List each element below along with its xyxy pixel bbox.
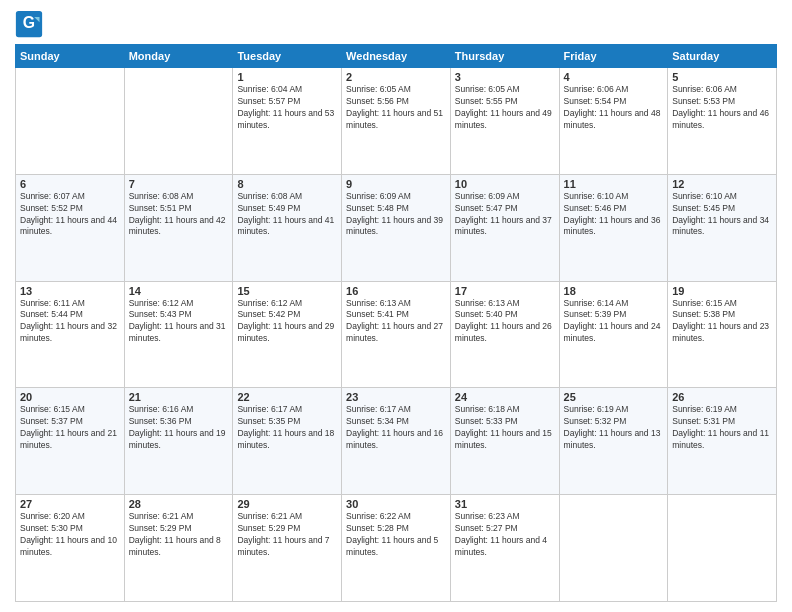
weekday-header-monday: Monday — [124, 45, 233, 68]
day-number: 24 — [455, 391, 555, 403]
day-cell: 19Sunrise: 6:15 AMSunset: 5:38 PMDayligh… — [668, 281, 777, 388]
day-info: Sunrise: 6:11 AMSunset: 5:44 PMDaylight:… — [20, 298, 120, 346]
day-info: Sunrise: 6:22 AMSunset: 5:28 PMDaylight:… — [346, 511, 446, 559]
day-cell: 20Sunrise: 6:15 AMSunset: 5:37 PMDayligh… — [16, 388, 125, 495]
day-info: Sunrise: 6:23 AMSunset: 5:27 PMDaylight:… — [455, 511, 555, 559]
day-info: Sunrise: 6:08 AMSunset: 5:51 PMDaylight:… — [129, 191, 229, 239]
logo: G — [15, 10, 47, 38]
day-cell: 17Sunrise: 6:13 AMSunset: 5:40 PMDayligh… — [450, 281, 559, 388]
day-cell: 30Sunrise: 6:22 AMSunset: 5:28 PMDayligh… — [342, 495, 451, 602]
weekday-header-row: SundayMondayTuesdayWednesdayThursdayFrid… — [16, 45, 777, 68]
day-cell: 6Sunrise: 6:07 AMSunset: 5:52 PMDaylight… — [16, 174, 125, 281]
day-cell: 23Sunrise: 6:17 AMSunset: 5:34 PMDayligh… — [342, 388, 451, 495]
day-number: 13 — [20, 285, 120, 297]
day-number: 12 — [672, 178, 772, 190]
day-info: Sunrise: 6:18 AMSunset: 5:33 PMDaylight:… — [455, 404, 555, 452]
day-info: Sunrise: 6:12 AMSunset: 5:43 PMDaylight:… — [129, 298, 229, 346]
day-cell: 2Sunrise: 6:05 AMSunset: 5:56 PMDaylight… — [342, 68, 451, 175]
day-number: 22 — [237, 391, 337, 403]
day-cell — [559, 495, 668, 602]
weekday-header-wednesday: Wednesday — [342, 45, 451, 68]
day-number: 17 — [455, 285, 555, 297]
day-number: 10 — [455, 178, 555, 190]
day-number: 30 — [346, 498, 446, 510]
day-info: Sunrise: 6:14 AMSunset: 5:39 PMDaylight:… — [564, 298, 664, 346]
day-cell: 27Sunrise: 6:20 AMSunset: 5:30 PMDayligh… — [16, 495, 125, 602]
day-info: Sunrise: 6:04 AMSunset: 5:57 PMDaylight:… — [237, 84, 337, 132]
week-row-1: 1Sunrise: 6:04 AMSunset: 5:57 PMDaylight… — [16, 68, 777, 175]
week-row-2: 6Sunrise: 6:07 AMSunset: 5:52 PMDaylight… — [16, 174, 777, 281]
day-number: 5 — [672, 71, 772, 83]
day-number: 19 — [672, 285, 772, 297]
day-info: Sunrise: 6:06 AMSunset: 5:53 PMDaylight:… — [672, 84, 772, 132]
weekday-header-tuesday: Tuesday — [233, 45, 342, 68]
day-cell: 1Sunrise: 6:04 AMSunset: 5:57 PMDaylight… — [233, 68, 342, 175]
day-number: 14 — [129, 285, 229, 297]
day-number: 4 — [564, 71, 664, 83]
day-cell: 9Sunrise: 6:09 AMSunset: 5:48 PMDaylight… — [342, 174, 451, 281]
week-row-3: 13Sunrise: 6:11 AMSunset: 5:44 PMDayligh… — [16, 281, 777, 388]
day-cell: 31Sunrise: 6:23 AMSunset: 5:27 PMDayligh… — [450, 495, 559, 602]
day-number: 20 — [20, 391, 120, 403]
day-info: Sunrise: 6:10 AMSunset: 5:45 PMDaylight:… — [672, 191, 772, 239]
weekday-header-sunday: Sunday — [16, 45, 125, 68]
day-number: 6 — [20, 178, 120, 190]
day-info: Sunrise: 6:21 AMSunset: 5:29 PMDaylight:… — [237, 511, 337, 559]
day-cell: 21Sunrise: 6:16 AMSunset: 5:36 PMDayligh… — [124, 388, 233, 495]
calendar-table: SundayMondayTuesdayWednesdayThursdayFrid… — [15, 44, 777, 602]
day-cell — [16, 68, 125, 175]
day-cell: 29Sunrise: 6:21 AMSunset: 5:29 PMDayligh… — [233, 495, 342, 602]
day-number: 9 — [346, 178, 446, 190]
day-info: Sunrise: 6:13 AMSunset: 5:40 PMDaylight:… — [455, 298, 555, 346]
day-cell: 5Sunrise: 6:06 AMSunset: 5:53 PMDaylight… — [668, 68, 777, 175]
day-info: Sunrise: 6:19 AMSunset: 5:32 PMDaylight:… — [564, 404, 664, 452]
day-number: 2 — [346, 71, 446, 83]
day-info: Sunrise: 6:13 AMSunset: 5:41 PMDaylight:… — [346, 298, 446, 346]
day-info: Sunrise: 6:16 AMSunset: 5:36 PMDaylight:… — [129, 404, 229, 452]
logo-icon: G — [15, 10, 43, 38]
day-number: 8 — [237, 178, 337, 190]
day-number: 28 — [129, 498, 229, 510]
day-info: Sunrise: 6:15 AMSunset: 5:38 PMDaylight:… — [672, 298, 772, 346]
day-info: Sunrise: 6:07 AMSunset: 5:52 PMDaylight:… — [20, 191, 120, 239]
day-cell: 28Sunrise: 6:21 AMSunset: 5:29 PMDayligh… — [124, 495, 233, 602]
day-number: 23 — [346, 391, 446, 403]
day-cell: 24Sunrise: 6:18 AMSunset: 5:33 PMDayligh… — [450, 388, 559, 495]
day-cell: 18Sunrise: 6:14 AMSunset: 5:39 PMDayligh… — [559, 281, 668, 388]
day-cell: 15Sunrise: 6:12 AMSunset: 5:42 PMDayligh… — [233, 281, 342, 388]
day-cell: 25Sunrise: 6:19 AMSunset: 5:32 PMDayligh… — [559, 388, 668, 495]
day-number: 16 — [346, 285, 446, 297]
day-info: Sunrise: 6:15 AMSunset: 5:37 PMDaylight:… — [20, 404, 120, 452]
day-info: Sunrise: 6:19 AMSunset: 5:31 PMDaylight:… — [672, 404, 772, 452]
day-cell — [668, 495, 777, 602]
svg-text:G: G — [23, 14, 35, 31]
day-cell: 11Sunrise: 6:10 AMSunset: 5:46 PMDayligh… — [559, 174, 668, 281]
day-info: Sunrise: 6:21 AMSunset: 5:29 PMDaylight:… — [129, 511, 229, 559]
day-number: 26 — [672, 391, 772, 403]
week-row-4: 20Sunrise: 6:15 AMSunset: 5:37 PMDayligh… — [16, 388, 777, 495]
day-cell: 26Sunrise: 6:19 AMSunset: 5:31 PMDayligh… — [668, 388, 777, 495]
day-cell: 4Sunrise: 6:06 AMSunset: 5:54 PMDaylight… — [559, 68, 668, 175]
weekday-header-saturday: Saturday — [668, 45, 777, 68]
day-number: 3 — [455, 71, 555, 83]
calendar-page: G SundayMondayTuesdayWednesdayThursdayFr… — [0, 0, 792, 612]
day-cell: 22Sunrise: 6:17 AMSunset: 5:35 PMDayligh… — [233, 388, 342, 495]
day-cell: 13Sunrise: 6:11 AMSunset: 5:44 PMDayligh… — [16, 281, 125, 388]
day-number: 1 — [237, 71, 337, 83]
day-cell — [124, 68, 233, 175]
day-info: Sunrise: 6:09 AMSunset: 5:48 PMDaylight:… — [346, 191, 446, 239]
day-number: 11 — [564, 178, 664, 190]
day-number: 25 — [564, 391, 664, 403]
day-number: 7 — [129, 178, 229, 190]
day-info: Sunrise: 6:05 AMSunset: 5:55 PMDaylight:… — [455, 84, 555, 132]
day-number: 18 — [564, 285, 664, 297]
day-cell: 12Sunrise: 6:10 AMSunset: 5:45 PMDayligh… — [668, 174, 777, 281]
day-cell: 14Sunrise: 6:12 AMSunset: 5:43 PMDayligh… — [124, 281, 233, 388]
day-info: Sunrise: 6:09 AMSunset: 5:47 PMDaylight:… — [455, 191, 555, 239]
day-info: Sunrise: 6:12 AMSunset: 5:42 PMDaylight:… — [237, 298, 337, 346]
day-info: Sunrise: 6:10 AMSunset: 5:46 PMDaylight:… — [564, 191, 664, 239]
day-info: Sunrise: 6:06 AMSunset: 5:54 PMDaylight:… — [564, 84, 664, 132]
day-info: Sunrise: 6:05 AMSunset: 5:56 PMDaylight:… — [346, 84, 446, 132]
weekday-header-friday: Friday — [559, 45, 668, 68]
day-cell: 7Sunrise: 6:08 AMSunset: 5:51 PMDaylight… — [124, 174, 233, 281]
